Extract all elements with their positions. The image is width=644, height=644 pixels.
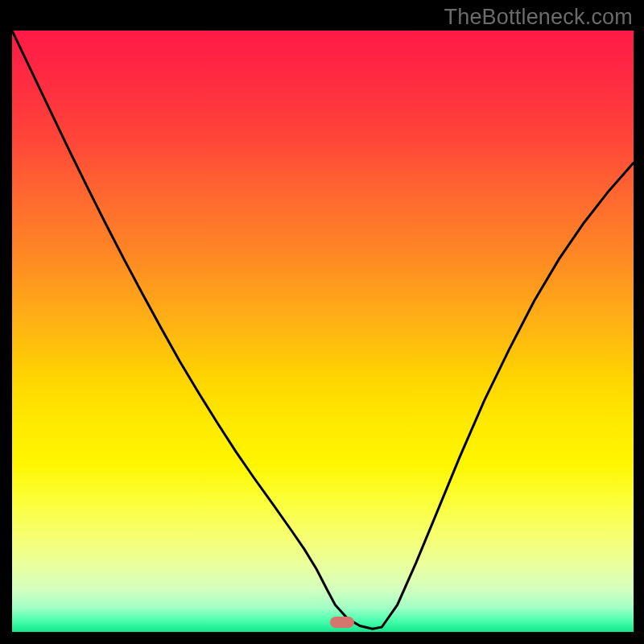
plot-area [12, 31, 634, 632]
chart-frame: TheBottleneck.com [0, 0, 644, 644]
minimum-marker [330, 617, 354, 628]
watermark-text: TheBottleneck.com [444, 5, 633, 30]
bottleneck-curve [12, 31, 634, 632]
